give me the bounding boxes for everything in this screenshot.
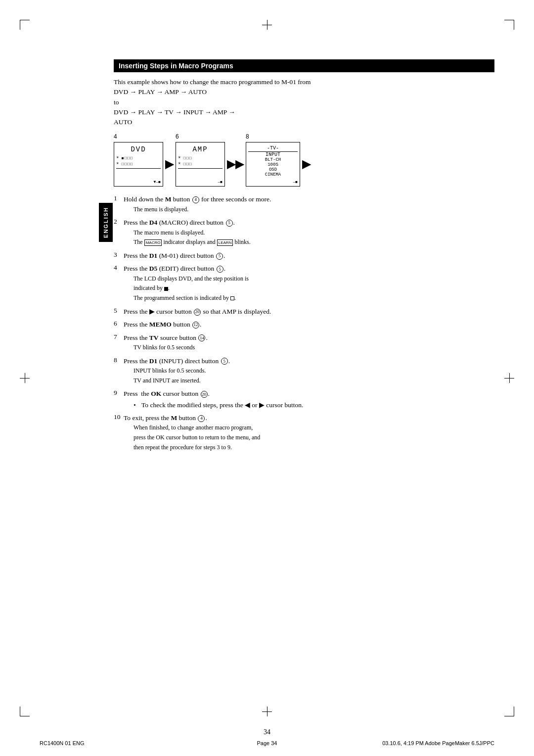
amp-footer: —■ bbox=[218, 180, 222, 184]
amp-rows: ☀ □□□ ☀ □□□ bbox=[178, 155, 222, 173]
black-sq1 bbox=[164, 287, 168, 291]
step-1-number: 1 bbox=[114, 194, 124, 202]
cross-bottom bbox=[262, 707, 272, 716]
footer-right: 03.10.6, 4:19 PM Adobe PageMaker 6.5J/PP… bbox=[382, 740, 494, 746]
step-8-note1: INPUT blinks for 0.5 seconds. bbox=[134, 367, 494, 375]
step-9-number: 9 bbox=[114, 389, 124, 397]
step-8: 8 Press the D1 (INPUT) direct button 5. … bbox=[114, 356, 494, 386]
step-2: 2 Press the D4 (MACRO) direct button 5. … bbox=[114, 218, 494, 248]
step-3-content: Press the D1 (M-01) direct button 5. bbox=[124, 251, 494, 261]
english-label: ENGLISH bbox=[103, 207, 109, 238]
step-2-note1: The macro menu is displayed. bbox=[134, 229, 494, 237]
step-4-content: Press the D5 (EDIT) direct button 5. The… bbox=[124, 264, 494, 304]
step-7-number: 7 bbox=[114, 333, 124, 341]
intro-line6: AUTO bbox=[114, 118, 132, 126]
footer-center: Page 34 bbox=[257, 740, 277, 746]
diagram-box2-wrapper: 6 AMP ☀ □□□ ☀ □□□ —■ bbox=[176, 142, 225, 187]
dvd-title: DVD bbox=[131, 145, 146, 153]
double-arrow: ▶▶ bbox=[227, 158, 244, 171]
crop-mark-tl bbox=[20, 20, 35, 35]
diagram-box1-label: 4 bbox=[114, 133, 117, 140]
step-6-content: Press the MEMO button 12. bbox=[124, 320, 494, 330]
section-title: Inserting Steps in Macro Programs bbox=[114, 59, 494, 72]
step-4-number: 4 bbox=[114, 264, 124, 272]
tv-footer: —■ bbox=[293, 180, 298, 184]
circle-5a: 5 bbox=[226, 220, 233, 227]
amp-row2: ☀ □□□ bbox=[178, 161, 222, 167]
tv-rows: -TV- INPUT BLT-CH 100S OSD CINEMA bbox=[248, 145, 298, 177]
step-10-content: To exit, press the M button 4. When fini… bbox=[124, 413, 494, 453]
step-1: 1 Hold down the M button 4 for three sec… bbox=[114, 194, 494, 215]
circle-20a: 20 bbox=[194, 309, 201, 316]
tv-row-cinema: CINEMA bbox=[248, 172, 298, 177]
step-4: 4 Press the D5 (EDIT) direct button 5. T… bbox=[114, 264, 494, 304]
diagram-box-tv: -TV- INPUT BLT-CH 100S OSD CINEMA —■ bbox=[246, 142, 300, 187]
dvd-row2: ☀ □□□□ bbox=[116, 161, 161, 167]
step-4-note1: The LCD displays DVD, and the step posit… bbox=[134, 275, 494, 283]
intro-line3: DVD → PLAY → AMP → AUTO bbox=[114, 88, 207, 95]
cross-right bbox=[504, 373, 514, 383]
step-8-number: 8 bbox=[114, 356, 124, 364]
diagram-box3-label: 8 bbox=[246, 133, 249, 140]
amp-title: AMP bbox=[192, 145, 208, 153]
diagram-box3-wrapper: 8 -TV- INPUT BLT-CH 100S OSD CINEMA —■ bbox=[246, 142, 300, 187]
step-10-note2: press the OK cursor button to return to … bbox=[134, 433, 494, 442]
circle-20b: 20 bbox=[201, 391, 208, 398]
diagram-box-dvd: DVD ☀ ■□□□ ☀ □□□□ ▼—■ bbox=[114, 142, 163, 187]
step-3: 3 Press the D1 (M-01) direct button 5. bbox=[114, 251, 494, 261]
crop-mark-tr bbox=[499, 20, 514, 35]
dvd-row1: ☀ ■□□□ bbox=[116, 155, 161, 161]
footer-left: RC1400N 01 ENG bbox=[40, 740, 85, 746]
step-4-note2: indicated by . bbox=[134, 284, 494, 292]
step-10-note1: When finished, to change another macro p… bbox=[134, 424, 494, 432]
circle-5b: 5 bbox=[216, 253, 223, 260]
step-7-note1: TV blinks for 0.5 seconds bbox=[134, 343, 494, 352]
dvd-divider bbox=[116, 168, 161, 169]
step-9: 9 Press the OK cursor button 20. • To ch… bbox=[114, 389, 494, 410]
diagram-box2-label: 6 bbox=[176, 133, 179, 140]
bullet-dot: • bbox=[134, 400, 141, 410]
step-2-note2: The MACRO indicator displays and LEARN b… bbox=[134, 238, 494, 246]
dvd-footer: ▼—■ bbox=[154, 180, 161, 184]
step-10-note3: then repeat the procedure for steps 3 to… bbox=[134, 443, 494, 452]
tv-row-blt: BLT-CH bbox=[248, 157, 298, 162]
circle-14: 14 bbox=[198, 334, 205, 341]
tv-row-100s: 100S bbox=[248, 162, 298, 167]
tv-row-title: -TV- bbox=[248, 145, 298, 152]
step-9-bullet-text: To check the modified steps, press the ◀… bbox=[141, 400, 303, 410]
step-2-number: 2 bbox=[114, 218, 124, 226]
arrow1: ▶ bbox=[165, 158, 174, 171]
diagram-box1-wrapper: 4 DVD ☀ ■□□□ ☀ □□□□ ▼—■ bbox=[114, 142, 163, 187]
page-number: 34 bbox=[264, 728, 270, 736]
step-9-bullet: • To check the modified steps, press the… bbox=[134, 400, 494, 410]
dvd-rows: ☀ ■□□□ ☀ □□□□ bbox=[116, 155, 161, 173]
steps-container: 1 Hold down the M button 4 for three sec… bbox=[114, 194, 494, 453]
amp-row1: ☀ □□□ bbox=[178, 155, 222, 161]
step-5-content: Press the ▶ cursor button 20 so that AMP… bbox=[124, 307, 494, 317]
learn-box: LEARN bbox=[217, 239, 233, 246]
step-5-number: 5 bbox=[114, 307, 124, 315]
intro-line5: DVD → PLAY → TV → INPUT → AMP → bbox=[114, 108, 235, 116]
step-6-number: 6 bbox=[114, 320, 124, 328]
cross-top bbox=[262, 20, 272, 30]
step-8-note2: TV and INPUT are inserted. bbox=[134, 377, 494, 385]
step-7: 7 Press the TV source button 14. TV blin… bbox=[114, 333, 494, 353]
crop-mark-br bbox=[499, 702, 514, 716]
intro-line1: This example shows how to change the mac… bbox=[114, 78, 237, 86]
tv-row-input: INPUT bbox=[248, 152, 298, 157]
english-sidebar: ENGLISH bbox=[99, 203, 113, 242]
empty-sq1 bbox=[230, 296, 234, 300]
step-2-content: Press the D4 (MACRO) direct button 5. Th… bbox=[124, 218, 494, 248]
step-1-note1: The menu is displayed. bbox=[134, 205, 494, 214]
step-6: 6 Press the MEMO button 12. bbox=[114, 320, 494, 330]
circle-5c: 5 bbox=[217, 266, 223, 273]
step-8-content: Press the D1 (INPUT) direct button 5. IN… bbox=[124, 356, 494, 386]
circle-4b: 4 bbox=[198, 415, 205, 422]
diagram-box-amp: AMP ☀ □□□ ☀ □□□ —■ bbox=[176, 142, 225, 187]
circle-4: 4 bbox=[192, 196, 199, 203]
step-10: 10 To exit, press the M button 4. When f… bbox=[114, 413, 494, 453]
step-4-note3: The programmed section is indicated by . bbox=[134, 294, 494, 302]
step-9-content: Press the OK cursor button 20. • To chec… bbox=[124, 389, 494, 410]
crop-mark-bl bbox=[20, 702, 35, 716]
step-5: 5 Press the ▶ cursor button 20 so that A… bbox=[114, 307, 494, 317]
